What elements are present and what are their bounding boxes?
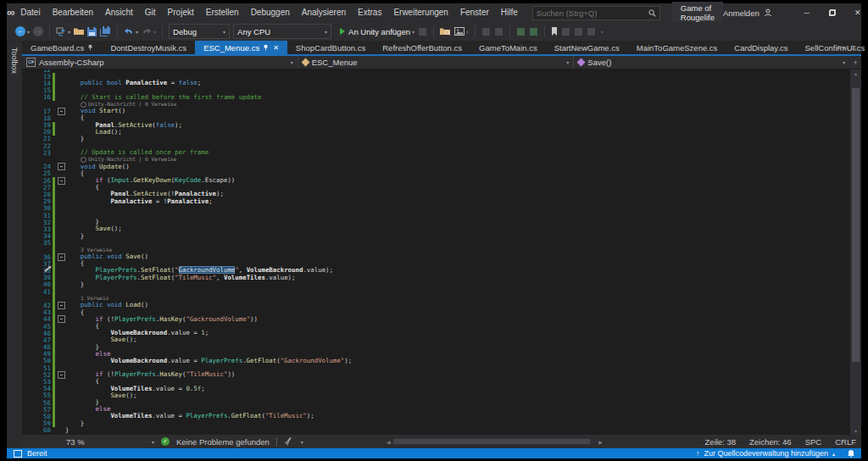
change-tracking-bar [53,87,55,94]
find-in-files-button[interactable] [438,24,453,39]
member-name: Save() [587,58,611,67]
comment-out-icon[interactable] [482,28,490,36]
left-tool-rail: Toolbox [7,41,22,448]
code-text: Save(); [65,336,850,343]
tab-esc-menue.cs[interactable]: ESC_Menue.cs✕ [195,41,287,54]
code-text: // Start is called before the first fram… [65,94,850,101]
type-dropdown[interactable]: ESC_Menue ▾ [298,56,575,69]
save-all-button[interactable] [98,24,113,39]
tab-refreshofferbutton.cs[interactable]: RefreshOfferButton.cs [374,41,470,54]
navigate-back-button[interactable]: ←▾ [14,24,31,39]
active-files-list-icon[interactable]: ≡▾ [837,44,846,52]
menu-erstellen[interactable]: Erstellen [200,3,245,22]
tab-label: StartNewGame.cs [554,43,620,53]
code-cleanup-icon[interactable] [284,437,292,446]
redo-button[interactable]: ▾ [140,24,158,39]
code-text: } [65,420,850,427]
tab-shopcardbutton.cs[interactable]: ShopCardButton.cs [287,41,374,54]
horizontal-scrollbar-thumb[interactable] [393,439,590,444]
tab-maintogameszene.cs[interactable]: MainToGameSzene.cs [628,41,726,54]
tab-gameboard.cs[interactable]: GameBoard.cs [22,41,102,54]
switch-window-button[interactable]: ▾ [54,24,72,39]
vertical-scrollbar-thumb[interactable] [852,88,860,362]
menu-analysieren[interactable]: Analysieren [296,3,352,22]
code-line: 33 Save(); [22,225,850,232]
undo-button[interactable]: ▾ [122,24,140,39]
code-line: 23 // Update is called once per frame [22,149,850,156]
minimize-button[interactable]: ─ [794,3,820,22]
line-indicator[interactable]: Zeile: 38 [705,437,736,447]
indent-mode-indicator[interactable]: SPC [805,437,822,447]
code-area[interactable]: 121314 public bool Panalactive = false;1… [22,69,850,435]
menu-datei[interactable]: Datei [14,3,46,22]
scroll-down-icon[interactable]: ▾ [850,428,861,434]
change-tracking-bar [53,371,55,378]
codelens-text: 3 Verweise [65,247,850,253]
solution-platform-dropdown[interactable]: Any CPU▾ [233,24,331,39]
step-over-icon[interactable] [530,28,537,36]
bookmark-button[interactable] [549,24,559,39]
open-file-button[interactable] [72,24,86,39]
navigate-forward-button[interactable]: → [31,24,45,39]
start-without-debugging-icon[interactable] [517,28,525,36]
tab-startnewgame.cs[interactable]: StartNewGame.cs [546,41,628,54]
tab-gametomain.cs[interactable]: GameToMain.cs [470,41,546,54]
toolbar-overflow-icon[interactable]: ▾ [601,29,604,35]
problems-label[interactable]: Keine Probleme gefunden [176,437,270,447]
change-tracking-bar [53,247,55,253]
menu-hilfe[interactable]: Hilfe [495,3,524,22]
zoom-value: 73 % [66,437,85,447]
code-line: 26 if (Input.GetKeyDown(KeyCode.Escape)) [22,177,850,184]
code-line: 36 public void Save() [22,253,850,260]
solution-configuration-dropdown[interactable]: Debug▾ [169,24,230,39]
close-button[interactable]: ✕ [845,3,868,22]
horizontal-scrollbar[interactable]: ◀ ▶ [387,437,603,446]
bookmark-icon [551,27,558,36]
ide-navigator-button[interactable]: ▾ [453,24,470,39]
uncomment-icon[interactable] [495,28,503,36]
change-tracking-bar [53,142,55,149]
menu-git[interactable]: Git [139,3,162,22]
sign-in-button[interactable]: Anmelden [723,8,772,18]
code-text: if (Input.GetKeyDown(KeyCode.Escape)) [65,177,850,184]
restore-button[interactable] [820,3,845,22]
close-tab-icon[interactable]: ✕ [273,44,279,52]
toolbox-tab[interactable]: Toolbox [8,42,20,79]
split-editor-icon[interactable]: + [849,56,861,69]
tab-dontdestroymusik.cs[interactable]: DontDestroyMusik.cs [102,41,195,54]
bookmark-prev-icon[interactable] [562,28,570,36]
save-button[interactable] [86,24,98,39]
menu-erweiterungen[interactable]: Erweiterungen [387,3,453,22]
menu-extras[interactable]: Extras [352,3,387,22]
platform-value: Any CPU [237,27,270,36]
quick-search-box[interactable] [532,6,660,20]
pin-icon[interactable] [263,44,269,52]
tab-carddisplay.cs[interactable]: CardDisplay.cs [726,41,796,54]
menu-bearbeiten[interactable]: Bearbeiten [47,3,99,22]
menu-fenster[interactable]: Fenster [454,3,495,22]
bookmark-next-icon[interactable] [575,28,582,36]
zoom-dropdown[interactable]: 73 % ▾ [66,437,154,447]
column-indicator[interactable]: Zeichen: 46 [749,437,792,447]
menu-ansicht[interactable]: Ansicht [99,3,139,22]
project-dropdown[interactable]: C# Assembly-CSharp ▾ [22,56,298,69]
scroll-up-icon[interactable]: ▴ [850,70,861,76]
pin-icon[interactable] [87,44,93,52]
add-to-source-control-button[interactable]: Zur Quellcodeverwaltung hinzufügen [704,449,828,458]
member-dropdown[interactable]: Save() ▾ [574,56,849,69]
change-tracking-bar [53,275,55,281]
line-ending-indicator[interactable]: CRLF [835,437,856,447]
code-editor[interactable]: 121314 public bool Panalactive = false;1… [22,69,861,435]
notification-bell-icon[interactable] [848,450,854,458]
menu-debuggen[interactable]: Debuggen [245,3,296,22]
tab-options-icon[interactable]: ⊡ [850,44,856,52]
attach-to-unity-button[interactable]: An Unity anfügen ▾ [338,24,416,39]
menu-projekt[interactable]: Projekt [162,3,200,22]
solution-name[interactable]: Game of Rougelife [672,2,723,24]
search-input[interactable] [537,8,648,18]
vertical-scrollbar[interactable]: ▴ ▾ [850,69,861,435]
code-line: 34 } [22,233,850,240]
code-text: Load(); [65,129,850,136]
change-tracking-bar [53,434,55,435]
bookmark-clear-icon[interactable] [587,28,595,36]
